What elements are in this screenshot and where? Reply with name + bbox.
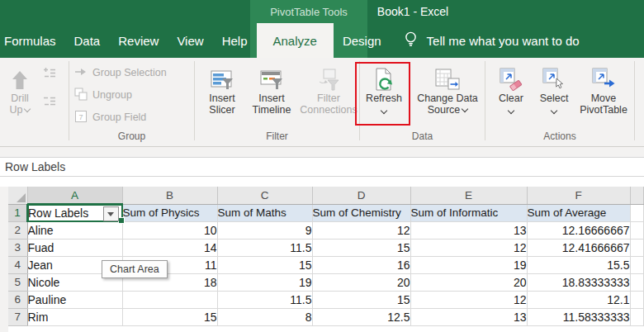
select-all-corner[interactable] (8, 187, 27, 204)
cell-e1[interactable]: Sum of Informatic (410, 204, 527, 221)
cell[interactable]: 11.58333333 (527, 308, 630, 325)
cell[interactable]: 16 (312, 256, 410, 273)
table-row: 1 Row Labels Sum of Physics Sum of Maths… (8, 204, 643, 221)
cell[interactable] (630, 291, 643, 308)
svg-text:7: 7 (78, 112, 83, 121)
fill-handle[interactable] (118, 217, 125, 224)
row-header-5[interactable]: 5 (8, 273, 27, 291)
insert-timeline-button[interactable]: Insert Timeline (245, 61, 298, 116)
collapse-field-icon (43, 95, 56, 111)
cell[interactable]: 12.5 (312, 308, 410, 325)
ribbon-divider (634, 61, 635, 140)
select-button[interactable]: Select (533, 61, 575, 112)
tab-data[interactable]: Data (65, 23, 110, 58)
cell[interactable] (630, 256, 643, 273)
formula-bar[interactable]: Row Labels (0, 157, 644, 177)
column-header-d[interactable]: D (312, 187, 410, 204)
column-header-g[interactable] (630, 187, 643, 204)
move-pivottable-label-2: PivotTable (580, 104, 627, 116)
cell-a1-row-labels[interactable]: Row Labels (27, 204, 122, 221)
select-all-icon (17, 193, 26, 202)
ribbon: Drill Up Group Selection Ungroup (0, 58, 644, 147)
collapse-field-button (43, 92, 56, 112)
tell-me-label: Tell me what you want to do (427, 34, 580, 48)
column-header-e[interactable]: E (410, 187, 527, 204)
cell[interactable]: Pauline (27, 291, 122, 308)
select-dropdown-chevron (552, 106, 556, 112)
tab-view[interactable]: View (168, 23, 212, 58)
cell[interactable]: 15 (312, 291, 410, 308)
cell[interactable]: 15 (122, 308, 217, 325)
row-header-4[interactable]: 4 (8, 256, 27, 273)
row-header-3[interactable]: 3 (8, 239, 27, 256)
filter-connections-icon (318, 61, 339, 92)
cell[interactable]: 14 (122, 239, 217, 256)
cell[interactable]: 15 (312, 239, 410, 256)
cell[interactable]: Aline (27, 221, 122, 239)
drill-up-label-1: Drill (11, 92, 29, 104)
cell[interactable]: 12 (410, 239, 527, 256)
row-header-7[interactable]: 7 (8, 308, 27, 325)
change-data-source-button[interactable]: Change Data Source (411, 61, 484, 116)
cell[interactable]: 12.1 (527, 291, 630, 308)
clear-label: Clear (499, 92, 523, 104)
cell[interactable] (630, 273, 643, 291)
column-header-row: A B C D E F (8, 187, 643, 204)
cell[interactable]: 11.5 (217, 239, 312, 256)
move-pivottable-button[interactable]: Move PivotTable (575, 61, 632, 116)
filter-connections-button: Filter Connections (299, 61, 358, 116)
column-header-f[interactable]: F (527, 187, 630, 204)
cell[interactable]: 9 (217, 221, 312, 239)
cell[interactable] (630, 239, 643, 256)
cell-c1[interactable]: Sum of Maths (217, 204, 312, 221)
tab-design[interactable]: Design (334, 23, 391, 58)
filter-dropdown-button[interactable] (103, 206, 119, 221)
cell[interactable]: 18.83333333 (527, 273, 630, 291)
cell-d1[interactable]: Sum of Chemistry (312, 204, 410, 221)
cell[interactable]: 10 (122, 221, 217, 239)
cell[interactable]: 12.41666667 (527, 239, 630, 256)
cell[interactable]: 12.16666667 (527, 221, 630, 239)
cell[interactable]: 12 (312, 221, 410, 239)
cell[interactable] (630, 308, 643, 325)
drill-up-button: Drill Up (2, 61, 38, 116)
column-header-a[interactable]: A (27, 187, 122, 204)
move-pivottable-label-1: Move (591, 92, 617, 104)
ribbon-group-active-field: Drill Up (0, 58, 69, 147)
cell[interactable]: 20 (312, 273, 410, 291)
cell-f1[interactable]: Sum of Average (527, 204, 630, 221)
cell[interactable]: 15 (217, 256, 312, 273)
cell-b1[interactable]: Sum of Physics (122, 204, 217, 221)
cell[interactable]: 15.5 (527, 256, 630, 273)
filter-connections-label-2: Connections (300, 104, 358, 116)
tab-review[interactable]: Review (109, 23, 168, 58)
column-header-b[interactable]: B (122, 187, 217, 204)
cell[interactable]: Rim (27, 308, 122, 325)
cell[interactable]: 13 (410, 221, 527, 239)
insert-slicer-button[interactable]: Insert Slicer (200, 61, 244, 116)
cell[interactable]: 12 (410, 291, 527, 308)
clear-button[interactable]: Clear (490, 61, 532, 112)
cell[interactable]: 11.5 (217, 291, 312, 308)
cell[interactable] (630, 221, 643, 239)
row-header-1[interactable]: 1 (8, 204, 27, 221)
tab-analyze[interactable]: Analyze (257, 23, 334, 58)
chart-area-tooltip: Chart Area (102, 260, 168, 278)
row-header-6[interactable]: 6 (8, 291, 27, 308)
lightbulb-icon (404, 31, 418, 51)
row-header-2[interactable]: 2 (8, 221, 27, 239)
tell-me-box[interactable]: Tell me what you want to do (404, 23, 580, 58)
clear-dropdown-chevron (509, 106, 514, 112)
cell[interactable]: 19 (410, 256, 527, 273)
column-header-c[interactable]: C (217, 187, 312, 204)
cell[interactable]: 20 (410, 273, 527, 291)
cell[interactable]: 8 (217, 308, 312, 325)
cell-g1[interactable] (630, 204, 643, 221)
refresh-button[interactable]: Refresh (360, 61, 408, 112)
cell[interactable]: Fuad (27, 239, 122, 256)
cell[interactable] (122, 291, 217, 308)
tab-formulas[interactable]: Formulas (0, 23, 65, 58)
cell[interactable]: 19 (217, 273, 312, 291)
cell[interactable]: 13 (410, 308, 527, 325)
tab-help[interactable]: Help (213, 23, 257, 58)
